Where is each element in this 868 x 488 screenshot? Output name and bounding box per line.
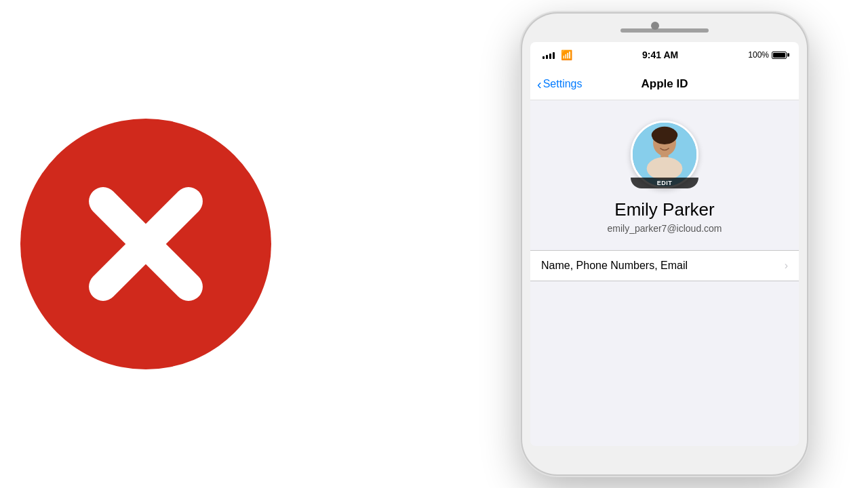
back-button[interactable]: ‹ Settings — [537, 77, 582, 91]
status-time: 9:41 AM — [642, 49, 678, 60]
user-name: Emily Parker — [614, 199, 714, 220]
signal-bar-2 — [546, 55, 548, 59]
battery-icon — [772, 52, 787, 59]
nav-bar: ‹ Settings Apple ID — [530, 68, 799, 100]
signal-bar-3 — [549, 54, 551, 59]
battery-percent: 100% — [748, 50, 769, 60]
settings-section: Name, Phone Numbers, Email › — [530, 250, 799, 281]
page-title: Apple ID — [642, 77, 688, 91]
iphone-screen: 📶 9:41 AM 100% ‹ Settings Apple ID — [530, 42, 799, 446]
back-label: Settings — [543, 78, 583, 90]
chevron-right-icon: › — [785, 260, 788, 272]
avatar-edit-label[interactable]: EDIT — [631, 178, 698, 188]
scene: 📶 9:41 AM 100% ‹ Settings Apple ID — [0, 0, 868, 488]
status-bar: 📶 9:41 AM 100% — [530, 42, 799, 68]
camera-dot — [651, 22, 659, 30]
status-right: 100% — [748, 50, 787, 60]
x-mark-icon — [78, 176, 214, 312]
avatar-container[interactable]: EDIT — [631, 121, 698, 188]
error-icon-circle — [20, 119, 271, 369]
settings-row-name-phone-email[interactable]: Name, Phone Numbers, Email › — [530, 251, 799, 281]
status-left: 📶 — [542, 49, 572, 60]
settings-row-label: Name, Phone Numbers, Email — [541, 260, 688, 272]
wifi-icon: 📶 — [561, 49, 572, 60]
back-chevron-icon: ‹ — [537, 77, 542, 91]
svg-point-4 — [647, 157, 683, 180]
signal-bar-4 — [553, 52, 555, 59]
signal-bars-icon — [542, 51, 555, 59]
screen-content: EDIT Emily Parker emily_parker7@icloud.c… — [530, 100, 799, 446]
battery-fill — [773, 53, 785, 58]
user-email: emily_parker7@icloud.com — [607, 223, 722, 234]
signal-bar-1 — [542, 56, 545, 59]
iphone-frame: 📶 9:41 AM 100% ‹ Settings Apple ID — [522, 14, 807, 474]
